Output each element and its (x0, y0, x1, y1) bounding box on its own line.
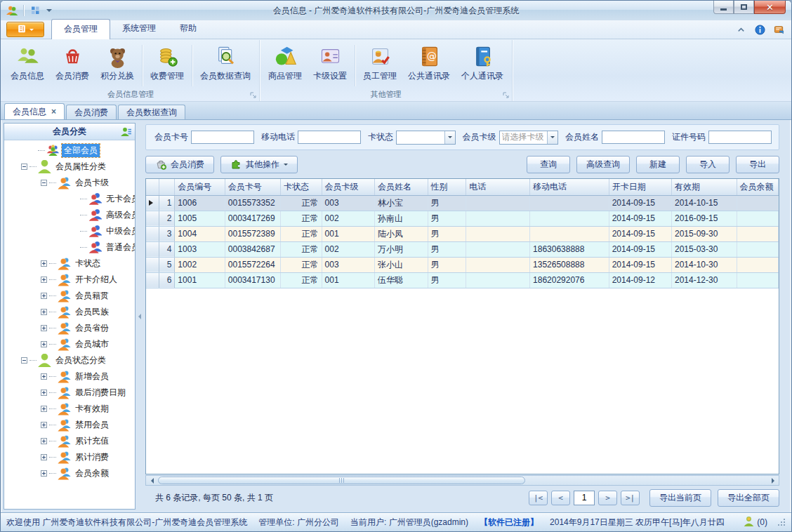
tree-item-new-members[interactable]: 新增会员 (4, 368, 135, 385)
export-current-page-button[interactable]: 导出当前页 (649, 489, 711, 507)
collapse-ribbon-icon[interactable] (736, 25, 746, 35)
goods-management-button[interactable]: 商品管理 (263, 42, 308, 89)
registered-link[interactable]: 【软件已注册】 (480, 517, 539, 528)
column-header-card-status[interactable]: 卡状态 (280, 179, 322, 195)
column-header-phone[interactable]: 电话 (466, 179, 530, 195)
member-data-query-button[interactable]: 会员数据查询 (194, 42, 256, 89)
application-menu-button[interactable] (6, 22, 44, 37)
id-number-input[interactable] (708, 131, 772, 144)
close-button[interactable]: ✕ (754, 1, 786, 14)
tree-expander-icon[interactable] (41, 180, 47, 186)
import-button[interactable]: 导入 (686, 156, 730, 173)
column-header-card-no[interactable]: 会员卡号 (225, 179, 280, 195)
tree-expander-icon[interactable] (21, 164, 27, 170)
column-header-valid-until[interactable]: 有效期 (671, 179, 737, 195)
ribbon-tab-member-management[interactable]: 会员管理 (51, 19, 110, 39)
advanced-query-button[interactable]: 高级查询 (576, 156, 630, 173)
public-contacts-button[interactable]: @ 公共通讯录 (402, 42, 456, 89)
tree-item-member-native-place[interactable]: 会员籍贯 (4, 288, 135, 304)
query-button[interactable]: 查询 (527, 156, 570, 173)
tree-item-card-introducer[interactable]: 开卡介绍人 (4, 272, 135, 288)
mobile-phone-input[interactable] (298, 131, 361, 144)
maximize-button[interactable] (734, 1, 754, 14)
member-consume-button[interactable]: 会员消费 (145, 156, 214, 173)
scroll-right-icon[interactable] (768, 476, 779, 485)
tree-item-middle-member[interactable]: 中级会员 (4, 223, 135, 239)
member-consume-tab[interactable]: 会员消费 (66, 105, 117, 119)
member-name-input[interactable] (602, 131, 665, 144)
tree-item-normal-member[interactable]: 普通会员 (4, 239, 135, 255)
table-row[interactable]: 410030003842687正常002万小明男186306388882014-… (146, 241, 779, 257)
tree-expander-icon[interactable] (41, 438, 47, 444)
qat-dropdown-icon[interactable] (46, 9, 52, 15)
tree-expander-icon[interactable] (41, 390, 47, 396)
tree-item-total-recharge[interactable]: 累计充值 (4, 433, 135, 449)
first-page-button[interactable]: |< (529, 491, 548, 505)
tree-expander-icon[interactable] (21, 357, 27, 364)
page-input[interactable] (574, 491, 595, 505)
column-header-card-level[interactable]: 会员卡级 (322, 179, 374, 195)
export-all-pages-button[interactable]: 导出全部页 (718, 489, 779, 507)
close-tab-icon[interactable]: × (51, 108, 56, 115)
column-header-member-name[interactable]: 会员姓名 (375, 179, 428, 195)
column-header-member-no[interactable]: 会员编号 (175, 179, 225, 195)
tree-settings-icon[interactable] (121, 126, 132, 138)
tree-item-all-members[interactable]: 全部会员 (4, 142, 135, 159)
member-consume-button[interactable]: 会员消费 (50, 42, 95, 89)
other-actions-button[interactable]: 其他操作 (220, 156, 298, 173)
tree-expander-icon[interactable] (41, 470, 47, 477)
member-info-tab[interactable]: 会员信息 × (4, 103, 65, 119)
new-button[interactable]: 新建 (636, 156, 680, 173)
fee-management-button[interactable]: 收费管理 (145, 42, 190, 89)
member-card-no-input[interactable] (191, 131, 254, 144)
tree-item-member-province[interactable]: 会员省份 (4, 320, 135, 336)
tree-item-disabled-members[interactable]: 禁用会员 (4, 417, 135, 433)
column-header-mobile[interactable]: 移动电话 (530, 179, 609, 195)
dropdown-button[interactable] (444, 131, 455, 144)
table-row[interactable]: 110060015573352正常003林小宝男2014-09-152014-1… (146, 195, 779, 211)
table-row[interactable]: 610010003417130正常001伍华聪男186202920762014-… (146, 272, 779, 288)
tree-expander-icon[interactable] (41, 454, 47, 460)
tree-expander-icon[interactable] (41, 293, 47, 299)
card-level-settings-button[interactable]: 卡级设置 (308, 42, 352, 89)
tree-item-member-ethnicity[interactable]: 会员民族 (4, 304, 135, 320)
table-row[interactable]: 210050003417269正常002孙南山男2014-09-152016-0… (146, 211, 779, 226)
info-icon[interactable] (755, 25, 765, 35)
layout-grid-icon[interactable] (29, 5, 41, 16)
column-header-member-balance[interactable]: 会员余额 (737, 179, 778, 195)
tree-expander-icon[interactable] (41, 309, 47, 315)
tree-item-member-city[interactable]: 会员城市 (4, 336, 135, 352)
resize-grip[interactable] (777, 518, 786, 526)
scrollbar-thumb[interactable] (158, 477, 525, 484)
tree-item-card-status[interactable]: 卡状态 (4, 255, 135, 272)
tree-expander-icon[interactable] (41, 422, 47, 428)
column-header-open-date[interactable]: 开卡日期 (609, 179, 671, 195)
tree-item-member-card-level[interactable]: 会员卡级 (4, 175, 135, 191)
member-info-button[interactable]: 会员信息 (5, 42, 50, 89)
card-status-select[interactable] (396, 131, 456, 145)
tree-item-member-attribute-category[interactable]: 会员属性分类 (4, 159, 135, 175)
tree-item-member-balance[interactable]: 会员余额 (4, 465, 135, 481)
tree-item-card-validity[interactable]: 卡有效期 (4, 401, 135, 417)
dialog-launcher-icon[interactable] (502, 91, 510, 99)
horizontal-scrollbar[interactable] (145, 475, 779, 486)
tree-item-senior-member[interactable]: 高级会员 (4, 207, 135, 223)
scroll-left-icon[interactable] (146, 476, 157, 485)
export-button[interactable]: 导出 (736, 156, 779, 173)
points-exchange-button[interactable]: 积分兑换 (95, 42, 140, 89)
tree-expander-icon[interactable] (41, 406, 47, 412)
prev-page-button[interactable]: < (551, 491, 570, 505)
table-row[interactable]: 310040015572389正常001陆小凤男2014-09-152015-0… (146, 226, 779, 241)
staff-management-button[interactable]: 员工管理 (357, 42, 402, 89)
column-header-gender[interactable]: 性别 (428, 179, 466, 195)
next-page-button[interactable]: > (598, 491, 617, 505)
tree-item-total-consume[interactable]: 累计消费 (4, 449, 135, 465)
tree-expander-icon[interactable] (41, 325, 47, 331)
ribbon-tab-system-management[interactable]: 系统管理 (110, 19, 168, 39)
tree-expander-icon[interactable] (41, 373, 47, 380)
last-page-button[interactable]: >| (621, 491, 640, 505)
member-data-query-tab[interactable]: 会员数据查询 (118, 105, 185, 119)
minimize-button[interactable] (713, 1, 734, 14)
table-row[interactable]: 510020015572264正常003张小山男135265088882014-… (146, 257, 779, 272)
tree-expander-icon[interactable] (41, 341, 47, 347)
